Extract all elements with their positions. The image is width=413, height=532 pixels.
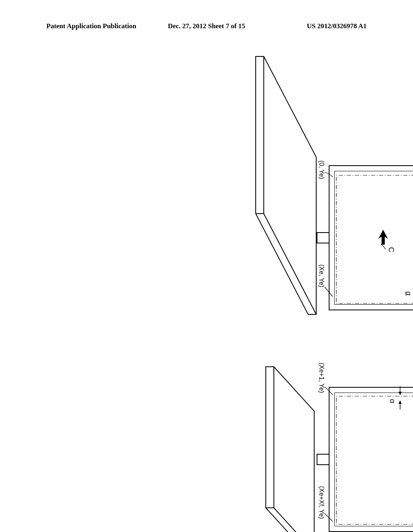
header-publication-type: Patent Application Publication	[46, 22, 136, 30]
leader-icon	[324, 171, 334, 179]
svg-marker-2	[256, 56, 316, 314]
header-date-sheet: Dec. 27, 2012 Sheet 7 of 15	[168, 22, 245, 30]
svg-marker-20	[398, 401, 402, 404]
coord-left-bottom-right: (Xe, Ye)	[318, 264, 325, 287]
alpha-arrow-right-icon	[394, 384, 406, 412]
svg-marker-1	[378, 230, 388, 245]
monitor-right-neck	[317, 454, 329, 465]
header-publication-number: US 2012/0326978 A1	[307, 22, 367, 30]
leader-icon	[324, 512, 334, 523]
cursor-label: C	[387, 247, 395, 252]
cursor-leader-icon	[379, 243, 386, 250]
leader-icon	[324, 385, 334, 397]
figure-7: FIG. 7	[48, 157, 413, 480]
monitors-group: C (0, 0) (Xe, 0) (0, Ye)	[200, 157, 413, 480]
svg-rect-12	[336, 396, 413, 524]
monitor-right-screen	[334, 393, 413, 526]
page-header: Patent Application Publication Dec. 27, …	[0, 22, 413, 30]
monitor-left-bezel: C	[329, 165, 413, 310]
svg-marker-13	[266, 367, 314, 532]
monitor-right: (Xe+1, 0) (Xe+Xf, 0) (Xe+1, Ye) (Xe+Xf, …	[317, 387, 413, 532]
leader-icon	[324, 286, 334, 298]
alpha-label-left: α	[404, 291, 413, 295]
alpha-label-right: α	[388, 399, 396, 403]
alpha-arrow-left-icon	[410, 285, 413, 313]
svg-marker-18	[398, 392, 402, 395]
monitor-left-base-icon	[248, 52, 320, 318]
monitor-left-screen: C	[334, 171, 413, 305]
inset-region-right-icon	[335, 393, 413, 526]
monitor-right-base-icon	[262, 363, 318, 532]
monitor-left: C (0, 0) (Xe, 0) (0, Ye)	[317, 165, 413, 310]
